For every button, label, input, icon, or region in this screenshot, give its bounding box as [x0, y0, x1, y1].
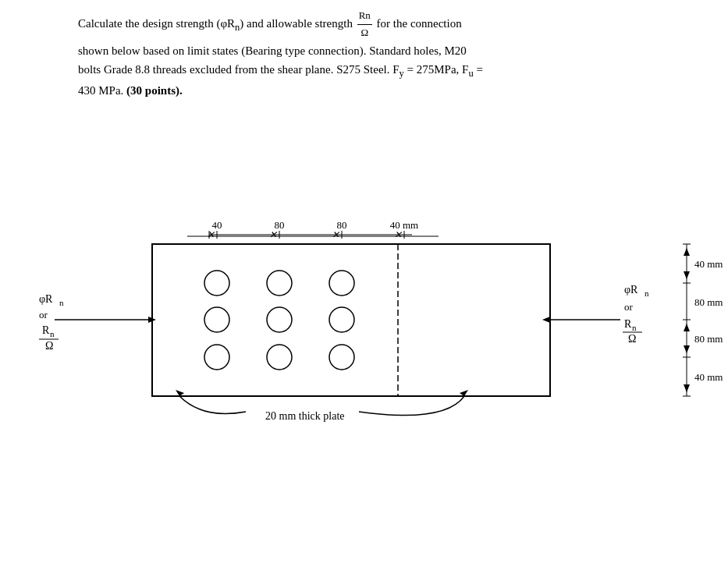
or-label-right: or [624, 301, 634, 313]
rn-frac-top-right: R [624, 318, 632, 330]
dim-tick-5 [684, 384, 690, 392]
dim-tick-4 [684, 345, 690, 353]
or-label-left: or [39, 309, 48, 320]
dim-tick-3 [684, 324, 690, 331]
problem-line3: bolts Grade 8.8 threads excluded from th… [78, 60, 697, 81]
problem-statement: Calculate the design strength (φRn) and … [16, 8, 712, 100]
right-force-arrowhead [542, 317, 550, 323]
problem-text: Calculate the design strength (φRn) and … [78, 8, 697, 100]
right-curve-arrowhead [460, 390, 468, 396]
omega-right: Ω [628, 333, 636, 345]
dim-right-40-bot: 40 mm [694, 371, 723, 383]
svg-text:✕: ✕ [207, 229, 215, 240]
left-curve-arrowhead [176, 390, 184, 396]
bolt-hole-r3c3 [329, 345, 354, 370]
bolt-hole-r1c3 [329, 271, 354, 296]
omega-left: Ω [45, 340, 53, 352]
dim-right-40-top: 40 mm [694, 258, 723, 270]
dim-right-80-1: 80 mm [694, 296, 723, 308]
dim-80-1: 80 [275, 219, 285, 231]
svg-text:✕: ✕ [394, 229, 403, 240]
rn-frac-sub-left: n [50, 329, 55, 338]
bolt-hole-r1c2 [267, 271, 292, 296]
dim-right-80-2: 80 mm [694, 333, 723, 345]
problem-line2: shown below based on limit states (Beari… [78, 41, 697, 60]
bolt-hole-r3c1 [204, 345, 229, 370]
dim-40-1: 40 [212, 219, 222, 231]
bolt-hole-r1c1 [204, 271, 229, 296]
bolt-hole-r2c3 [329, 307, 354, 332]
main-plate [152, 244, 550, 396]
problem-line4: 430 MPa. (30 points). [78, 81, 697, 100]
right-curve-arrow [359, 396, 464, 416]
phi-rn-sub-n-left: n [59, 298, 64, 307]
thick-plate-label: 20 mm thick plate [265, 410, 344, 422]
bolt-hole-r2c2 [267, 307, 292, 332]
dim-tick-1 [684, 248, 690, 256]
phi-rn-label-right: φR [624, 284, 638, 296]
rn-frac-top-left: R [42, 324, 50, 336]
phi-rn-sub-n-right: n [645, 289, 649, 298]
diagram-area: ✕ ✕ ✕ ✕ 40 80 80 40 mm φR n or [16, 115, 712, 443]
main-diagram: ✕ ✕ ✕ ✕ 40 80 80 40 mm φR n or [16, 115, 728, 443]
dim-80-2: 80 [337, 219, 347, 231]
points-label: (30 points). [126, 84, 183, 97]
dim-40-mm: 40 mm [390, 219, 418, 231]
bolt-hole-r2c1 [204, 307, 229, 332]
phi-rn-label-left: φR [39, 293, 53, 305]
problem-line1: Calculate the design strength (φRn) and … [78, 8, 697, 41]
bolt-hole-r3c2 [267, 345, 292, 370]
left-curve-arrow [179, 396, 246, 414]
svg-text:✕: ✕ [269, 229, 278, 240]
rn-frac-sub-right: n [632, 323, 637, 332]
svg-text:✕: ✕ [332, 229, 340, 240]
dim-tick-2 [684, 271, 690, 279]
